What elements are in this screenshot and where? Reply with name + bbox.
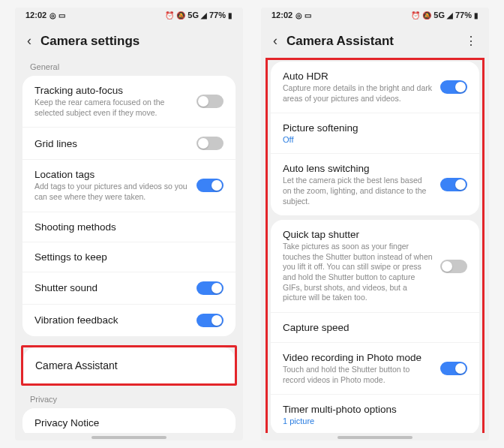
row-shooting-methods[interactable]: Shooting methods (22, 212, 236, 242)
mute-icon: 🔕 (422, 11, 431, 20)
assistant-card-2: Quick tap shutter Take pictures as soon … (271, 220, 479, 433)
status-notif-icons: ◎ ▭ (296, 11, 311, 20)
row-settings-to-keep[interactable]: Settings to keep (22, 242, 236, 272)
row-value: 1 picture (283, 416, 467, 425)
battery-pct: 77% (455, 11, 472, 20)
phone-camera-assistant: 12:02 ◎ ▭ ⏰ 🔕 5G ◢ 77% ▮ ‹ Camera Assist… (261, 8, 489, 440)
section-privacy-label: Privacy (15, 389, 243, 408)
row-desc: Add tags to your pictures and videos so … (34, 182, 189, 202)
row-title: Shutter sound (34, 282, 189, 293)
row-title: Camera Assistant (35, 359, 118, 371)
highlight-assistant-options: Auto HDR Capture more details in the bri… (266, 58, 484, 433)
highlight-camera-assistant: Camera Assistant (21, 345, 237, 386)
row-title: Grid lines (34, 138, 189, 149)
page-title: Camera Assistant (286, 34, 394, 49)
toggle-vibration-feedback[interactable] (196, 314, 224, 327)
row-shutter-sound[interactable]: Shutter sound (22, 272, 236, 305)
row-title: Shooting methods (34, 221, 224, 233)
header: ‹ Camera settings (15, 23, 243, 56)
toggle-location-tags[interactable] (196, 179, 224, 192)
row-title: Vibration feedback (34, 314, 189, 326)
toggle-video-recording[interactable] (440, 362, 467, 375)
signal-icon: ◢ (447, 11, 453, 20)
row-timer-options[interactable]: Timer multi-photo options 1 picture (271, 395, 479, 433)
more-button[interactable]: ⋮ (465, 34, 477, 48)
network-label: 5G (188, 11, 199, 20)
row-camera-assistant[interactable]: Camera Assistant (23, 347, 235, 383)
back-button[interactable]: ‹ (273, 33, 278, 49)
gesture-bar[interactable] (92, 436, 166, 439)
phone-camera-settings: 12:02 ◎ ▭ ⏰ 🔕 5G ◢ 77% ▮ ‹ Camera settin… (15, 8, 243, 440)
back-button[interactable]: ‹ (27, 33, 32, 49)
row-grid-lines[interactable]: Grid lines (22, 128, 236, 160)
alarm-icon: ⏰ (165, 11, 174, 20)
assistant-card-1: Auto HDR Capture more details in the bri… (271, 62, 479, 215)
toggle-quick-tap[interactable] (440, 260, 467, 273)
row-picture-softening[interactable]: Picture softening Off (271, 113, 479, 154)
row-video-recording[interactable]: Video recording in Photo mode Touch and … (271, 343, 479, 395)
status-time: 12:02 (26, 11, 46, 20)
battery-pct: 77% (209, 11, 226, 20)
general-card: Tracking auto-focus Keep the rear camera… (22, 76, 236, 336)
row-title: Picture softening (283, 122, 467, 134)
toggle-tracking-autofocus[interactable] (196, 95, 224, 108)
header: ‹ Camera Assistant ⋮ (261, 23, 489, 56)
row-title: Auto lens switching (283, 163, 433, 174)
row-vibration-feedback[interactable]: Vibration feedback (22, 305, 236, 336)
row-title: Quick tap shutter (283, 229, 433, 240)
toggle-shutter-sound[interactable] (196, 281, 224, 295)
row-title: Video recording in Photo mode (283, 352, 433, 363)
row-title: Location tags (34, 169, 189, 180)
row-desc: Keep the rear camera focused on the sele… (34, 98, 189, 118)
row-quick-tap[interactable]: Quick tap shutter Take pictures as soon … (271, 220, 479, 313)
row-tracking-autofocus[interactable]: Tracking auto-focus Keep the rear camera… (22, 76, 236, 128)
status-bar: 12:02 ◎ ▭ ⏰ 🔕 5G ◢ 77% ▮ (15, 8, 243, 23)
row-desc: Touch and hold the Shutter button to rec… (283, 365, 433, 385)
row-title: Auto HDR (283, 71, 433, 82)
row-desc: Capture more details in the bright and d… (283, 83, 433, 104)
network-label: 5G (434, 11, 445, 20)
row-title: Timer multi-photo options (283, 404, 467, 415)
page-title: Camera settings (40, 34, 140, 49)
row-value: Off (283, 135, 467, 144)
row-capture-speed[interactable]: Capture speed (271, 313, 479, 343)
assistant-content[interactable]: Auto HDR Capture more details in the bri… (261, 56, 489, 433)
gesture-bar[interactable] (338, 436, 412, 439)
row-title: Privacy Notice (34, 417, 224, 428)
privacy-card: Privacy Notice (22, 408, 236, 433)
toggle-auto-lens[interactable] (440, 178, 467, 191)
status-bar: 12:02 ◎ ▭ ⏰ 🔕 5G ◢ 77% ▮ (261, 8, 489, 23)
row-title: Tracking auto-focus (34, 85, 189, 96)
mute-icon: 🔕 (176, 11, 185, 20)
toggle-grid-lines[interactable] (196, 137, 224, 150)
row-desc: Let the camera pick the best lens based … (283, 176, 433, 206)
alarm-icon: ⏰ (411, 11, 420, 20)
row-title: Capture speed (283, 322, 467, 333)
section-general-label: General (15, 56, 243, 76)
toggle-auto-hdr[interactable] (440, 80, 467, 94)
row-location-tags[interactable]: Location tags Add tags to your pictures … (22, 160, 236, 212)
row-auto-lens[interactable]: Auto lens switching Let the camera pick … (271, 154, 479, 215)
battery-icon: ▮ (228, 11, 232, 20)
row-privacy-notice[interactable]: Privacy Notice (22, 408, 236, 433)
status-notif-icons: ◎ ▭ (50, 11, 65, 20)
row-title: Settings to keep (34, 251, 224, 263)
settings-content[interactable]: General Tracking auto-focus Keep the rea… (15, 56, 243, 433)
row-desc: Take pictures as soon as your finger tou… (283, 242, 433, 303)
status-time: 12:02 (272, 11, 292, 20)
row-auto-hdr[interactable]: Auto HDR Capture more details in the bri… (271, 62, 479, 113)
signal-icon: ◢ (201, 11, 207, 20)
battery-icon: ▮ (474, 11, 478, 20)
